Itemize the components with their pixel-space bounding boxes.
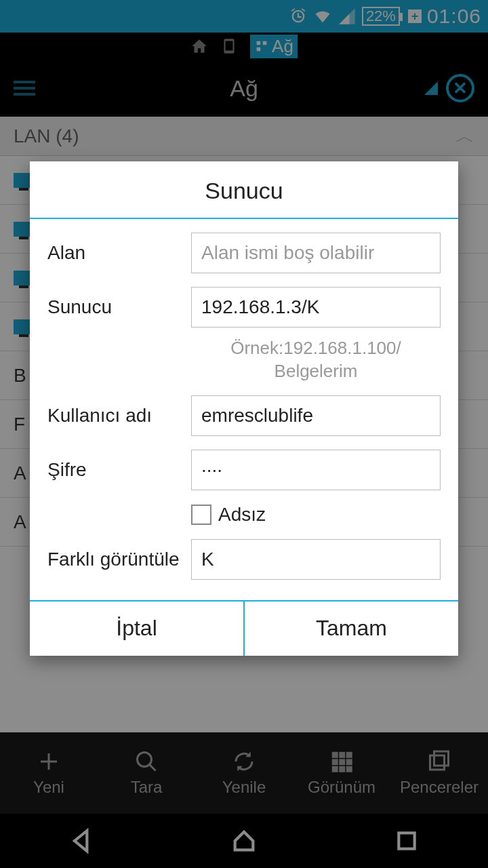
dialog-title: Sunucu (30, 161, 458, 219)
display-as-label: Farklı görüntüle (47, 549, 183, 570)
display-as-input[interactable] (191, 539, 441, 580)
username-input[interactable] (191, 395, 441, 436)
domain-input[interactable] (191, 233, 441, 273)
server-dialog: Sunucu Alan Sunucu Örnek:192.168.1.100/ … (30, 161, 458, 656)
ok-button[interactable]: Tamam (245, 601, 458, 656)
password-input[interactable] (191, 450, 441, 490)
anonymous-checkbox[interactable] (191, 505, 211, 525)
username-label: Kullanıcı adı (47, 405, 183, 427)
anonymous-checkbox-row[interactable]: Adsız (191, 504, 441, 526)
cancel-button[interactable]: İptal (30, 601, 245, 656)
anonymous-label: Adsız (218, 504, 266, 526)
server-label: Sunucu (47, 296, 183, 318)
server-input[interactable] (191, 287, 441, 328)
password-label: Şifre (47, 459, 183, 481)
domain-label: Alan (47, 242, 183, 264)
server-hint: Örnek:192.168.1.100/ Belgelerim (191, 337, 441, 383)
